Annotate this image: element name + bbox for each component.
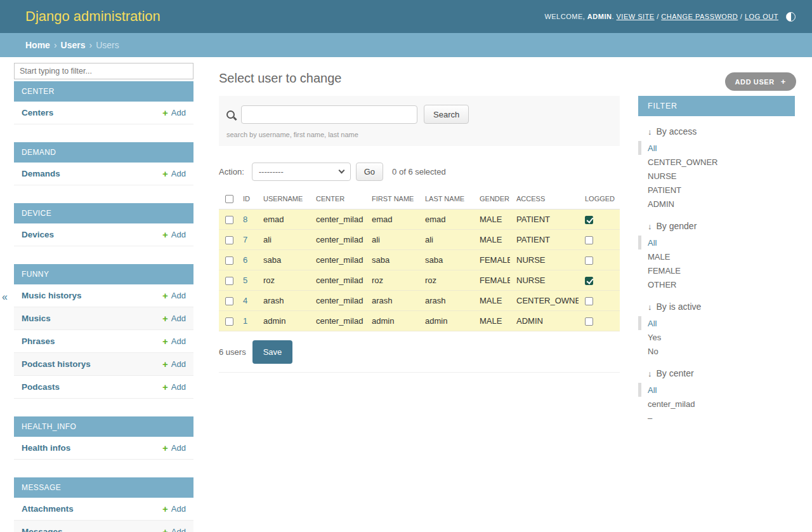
filter-section-title[interactable]: ↓By access	[648, 126, 795, 136]
user-id-link[interactable]: 4	[243, 296, 247, 305]
filter-option-link-nurse[interactable]: NURSE	[648, 171, 677, 181]
add-link-demands[interactable]: +Add	[162, 169, 186, 178]
breadcrumb-current: Users	[96, 40, 119, 50]
cell-gender: MALE	[473, 310, 510, 331]
column-header-access[interactable]: ACCESS	[510, 189, 579, 209]
row-select-checkbox[interactable]	[225, 297, 233, 305]
row-select-checkbox[interactable]	[225, 317, 233, 326]
site-branding[interactable]: Django administration	[25, 8, 160, 25]
add-link-music-historys[interactable]: +Add	[162, 291, 186, 300]
filter-option-link-male[interactable]: MALE	[648, 252, 670, 262]
add-label: Add	[171, 291, 186, 300]
logged-checkbox[interactable]	[585, 297, 593, 305]
filter-option-link-patient[interactable]: PATIENT	[648, 185, 681, 195]
add-link-centers[interactable]: +Add	[162, 108, 186, 117]
add-link-messages[interactable]: +Add	[162, 527, 186, 532]
model-link-attachments[interactable]: Attachments	[22, 504, 74, 514]
logged-checkbox[interactable]	[585, 317, 593, 326]
filter-section-label: By gender	[657, 221, 697, 231]
user-tool-link-view-site[interactable]: VIEW SITE	[617, 13, 655, 20]
filter-option-link-all[interactable]: All	[648, 238, 657, 248]
sidebar-filter-input[interactable]	[14, 63, 193, 79]
filter-section-title[interactable]: ↓By is active	[648, 302, 795, 312]
filter-option-link-center_owner[interactable]: CENTER_OWNER	[648, 157, 718, 167]
cell-center: center_milad	[310, 249, 365, 270]
add-link-devices[interactable]: +Add	[162, 230, 186, 239]
add-icon: +	[162, 336, 168, 346]
row-select-checkbox[interactable]	[225, 216, 233, 224]
add-link-attachments[interactable]: +Add	[162, 504, 186, 514]
filter-option: CENTER_OWNER	[648, 155, 795, 169]
model-link-centers[interactable]: Centers	[22, 108, 53, 117]
model-link-health-infos[interactable]: Health infos	[22, 443, 70, 453]
logged-checkbox[interactable]	[585, 236, 593, 244]
column-header-first-name[interactable]: FIRST NAME	[365, 189, 419, 209]
filter-option-link-female[interactable]: FEMALE	[648, 266, 681, 276]
filter-option-link-admin[interactable]: ADMIN	[648, 199, 674, 209]
cell-logged	[579, 290, 620, 310]
user-id-link[interactable]: 1	[243, 316, 247, 326]
logged-checkbox[interactable]	[585, 256, 593, 265]
module-caption: DEVICE	[14, 203, 193, 223]
user-tool-link-change-password[interactable]: CHANGE PASSWORD	[661, 13, 738, 20]
row-select-checkbox[interactable]	[225, 236, 233, 244]
action-select[interactable]: ---------	[252, 163, 351, 181]
user-id-link[interactable]: 5	[243, 276, 247, 285]
add-link-phrases[interactable]: +Add	[162, 336, 186, 346]
current-username: ADMIN	[587, 13, 612, 20]
filter-option-link-center_milad[interactable]: center_milad	[648, 399, 695, 409]
column-header-id[interactable]: ID	[237, 189, 257, 209]
filter-option-link-–[interactable]: –	[648, 413, 652, 423]
user-id-link[interactable]: 7	[243, 235, 247, 244]
nav-sidebar: CENTERCenters+AddDEMANDDemands+AddDEVICE…	[14, 57, 193, 532]
column-header-center[interactable]: CENTER	[310, 189, 365, 209]
sidebar-collapse-button[interactable]: «	[2, 292, 8, 302]
filter-option-link-no[interactable]: No	[648, 347, 658, 356]
filter-section-title[interactable]: ↓By center	[648, 368, 795, 378]
model-link-devices[interactable]: Devices	[22, 230, 54, 239]
search-icon	[226, 110, 235, 119]
filter-option-link-all[interactable]: All	[648, 143, 657, 153]
sidebar-item-attachments: Attachments+Add	[14, 498, 193, 521]
filter-option-link-all[interactable]: All	[648, 319, 657, 328]
add-link-musics[interactable]: +Add	[162, 314, 186, 323]
user-id-link[interactable]: 6	[243, 255, 247, 265]
go-button[interactable]: Go	[356, 163, 383, 181]
column-header-logged[interactable]: LOGGED	[579, 189, 620, 209]
column-header-gender[interactable]: GENDER	[473, 189, 510, 209]
logged-checkbox[interactable]	[585, 216, 593, 224]
add-link-podcast-historys[interactable]: +Add	[162, 359, 186, 369]
model-link-phrases[interactable]: Phrases	[22, 336, 55, 346]
model-link-music-historys[interactable]: Music historys	[22, 291, 82, 300]
breadcrumb-link[interactable]: Home	[25, 40, 50, 50]
sidebar-item-podcasts: Podcasts+Add	[14, 376, 193, 399]
column-header-last-name[interactable]: LAST NAME	[419, 189, 473, 209]
filter-option-link-yes[interactable]: Yes	[648, 333, 661, 342]
model-link-musics[interactable]: Musics	[22, 314, 51, 323]
filter-option-link-all[interactable]: All	[648, 385, 657, 395]
select-all-checkbox[interactable]	[225, 195, 233, 203]
filter-section-title[interactable]: ↓By gender	[648, 221, 795, 231]
column-header-username[interactable]: USERNAME	[257, 189, 310, 209]
filter-option-link-other[interactable]: OTHER	[648, 280, 677, 289]
row-select-checkbox[interactable]	[225, 277, 233, 285]
theme-toggle-button[interactable]	[786, 12, 796, 22]
user-id-link[interactable]: 8	[243, 215, 247, 224]
save-button[interactable]: Save	[252, 340, 293, 364]
search-button[interactable]: Search	[424, 105, 469, 124]
model-link-podcasts[interactable]: Podcasts	[22, 382, 60, 392]
model-link-podcast-historys[interactable]: Podcast historys	[22, 359, 91, 369]
search-input[interactable]	[241, 105, 417, 124]
model-link-demands[interactable]: Demands	[22, 169, 60, 178]
sidebar-module-device: DEVICEDevices+Add	[14, 203, 193, 246]
add-user-button[interactable]: ADD USER +	[725, 72, 796, 91]
add-link-health-infos[interactable]: +Add	[162, 443, 186, 453]
filter-section-by-access: ↓By accessAllCENTER_OWNERNURSEPATIENTADM…	[648, 126, 795, 211]
model-link-messages[interactable]: Messages	[22, 527, 63, 532]
user-tool-link-log-out[interactable]: LOG OUT	[745, 13, 778, 20]
cell-gender: MALE	[473, 209, 510, 229]
add-link-podcasts[interactable]: +Add	[162, 382, 186, 392]
row-select-checkbox[interactable]	[225, 256, 233, 265]
logged-checkbox[interactable]	[585, 277, 593, 285]
breadcrumb-link[interactable]: Users	[61, 40, 86, 50]
